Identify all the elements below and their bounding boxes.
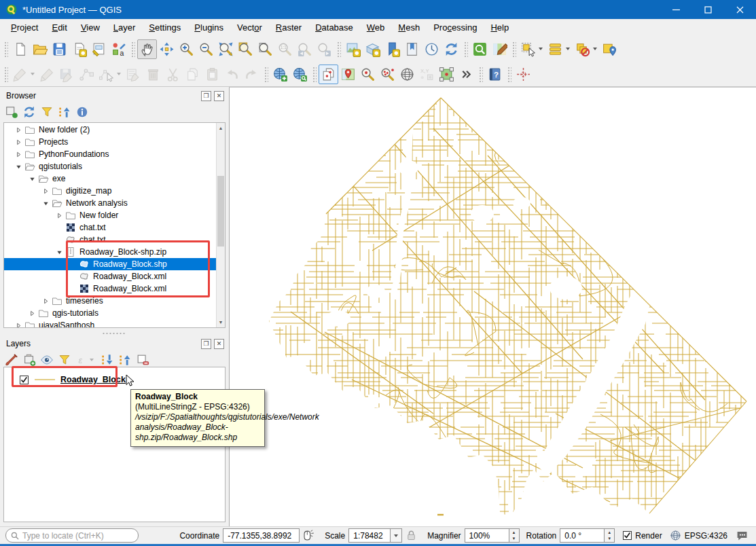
tree-item-exe[interactable]: exe [4,172,216,185]
magnifier-input[interactable]: 100% [465,528,509,543]
scroll-thumb[interactable] [217,176,224,247]
menu-web[interactable]: Web [360,20,392,36]
collapse-all-button[interactable] [118,353,132,367]
expand-arrow-icon[interactable] [29,310,36,317]
open-project-button[interactable] [30,39,50,59]
select-features-button[interactable] [518,39,538,59]
crs-status[interactable]: EPSG:4326 [685,531,727,541]
temporal-controller-button[interactable] [422,39,442,59]
expand-arrow-icon[interactable] [15,126,22,134]
layers-close-button[interactable]: ✕ [214,339,224,349]
select-features-by-value-button[interactable] [545,39,565,59]
collapse-arrow-icon[interactable] [56,249,63,256]
toolbar-grip[interactable] [336,41,341,57]
menu-mesh[interactable]: Mesh [391,20,427,36]
save-project-button[interactable] [50,39,69,59]
filter-browser-button[interactable] [40,105,54,119]
toolbar-grip[interactable] [3,66,8,82]
toolbar-grip[interactable] [312,66,317,82]
sketch-map-button[interactable] [490,39,509,59]
pan-map-button[interactable] [137,39,157,59]
deselect-features-button[interactable] [573,39,592,59]
new-print-layout-button[interactable] [69,39,89,59]
deselect-features-dropdown-icon[interactable] [593,48,597,50]
toolbar-grip[interactable] [130,41,135,57]
search-web-service-button[interactable] [290,65,310,84]
multi-zoom-button[interactable] [378,65,397,84]
refresh-map-button[interactable] [442,39,461,59]
filter-legend-button[interactable] [58,353,71,367]
toolbar-grip[interactable] [264,66,268,82]
tree-item-chat-txt[interactable]: chat.txt [4,221,216,234]
scroll-up-icon[interactable]: ▲ [217,123,225,133]
browser-scrollbar[interactable]: ▲ ▼ [216,123,225,327]
menu-processing[interactable]: Processing [427,20,484,36]
scroll-down-icon[interactable]: ▼ [217,317,225,327]
select-features-by-value-dropdown-icon[interactable] [566,48,570,50]
toolbar-grip[interactable] [511,41,516,57]
tree-item-new-folder[interactable]: New folder [4,209,216,221]
style-manager-button[interactable]: a [109,39,128,59]
new-spatial-bookmark-button[interactable] [382,39,402,59]
select-by-location-button[interactable] [600,39,619,59]
help-contents-button[interactable]: ? [485,65,505,84]
select-features-dropdown-icon[interactable] [539,48,543,50]
render-checkbox[interactable] [623,531,632,540]
expand-all-button[interactable] [101,353,114,367]
new-project-button[interactable] [10,39,30,59]
rotation-input[interactable]: 0.0 ° [560,528,605,543]
scale-input[interactable]: 1:78482 [348,528,391,543]
rotation-spinner[interactable]: ▲▼ [605,528,615,543]
show-layout-manager-button[interactable] [89,39,109,59]
layers-float-button[interactable]: ❐ [201,339,211,349]
coordinate-conversion-button[interactable] [397,65,417,84]
toolbar-grip[interactable] [507,66,511,82]
zoom-full-button[interactable] [216,39,236,59]
menu-layer[interactable]: Layer [107,20,143,36]
tree-item-projects[interactable]: Projects [4,136,216,148]
copy-coordinates-button[interactable] [319,65,338,84]
pan-to-selection-button[interactable] [157,39,177,59]
toolbar-grip[interactable] [3,41,8,57]
menu-view[interactable]: View [74,20,107,36]
expand-arrow-icon[interactable] [15,139,22,146]
close-button[interactable] [724,0,756,19]
tree-item-new-folder-2-[interactable]: New folder (2) [4,124,216,136]
pin-coordinates-button[interactable] [338,65,358,84]
minimize-button[interactable] [660,0,692,19]
azimuth-distance-button[interactable] [514,65,533,84]
menu-edit[interactable]: Edit [45,20,73,36]
maximize-button[interactable] [692,0,724,19]
manage-map-themes-button[interactable] [40,353,54,367]
menu-settings[interactable]: Settings [142,20,187,36]
tree-item-pythonfoundations[interactable]: PythonFoundations [4,148,216,160]
menu-plugins[interactable]: Plugins [187,20,230,36]
zoom-in-button[interactable] [177,39,196,59]
expand-arrow-icon[interactable] [15,322,22,329]
locator-search-input[interactable]: Type to locate (Ctrl+K) [5,528,139,543]
menu-database[interactable]: Database [308,20,360,36]
toolbar-grip[interactable] [463,41,468,57]
menu-help[interactable]: Help [484,20,516,36]
tree-item-ujavalsanthosh[interactable]: ujavalSanthosh [4,319,216,328]
browser-float-button[interactable]: ❐ [201,91,211,101]
remove-layer-button[interactable] [136,353,149,367]
map-canvas[interactable] [229,87,756,526]
zoom-to-coordinates-button[interactable] [358,65,378,84]
scale-dropdown-button[interactable] [391,528,402,543]
zoom-to-layer-button[interactable] [255,39,275,59]
tree-item-digitize-map[interactable]: digitize_map [4,185,216,197]
add-selected-layers-button[interactable] [5,105,18,119]
magnifier-spinner[interactable]: ▲▼ [509,528,520,543]
collapse-arrow-icon[interactable] [42,200,50,207]
digitize-coordinates-button[interactable] [437,65,456,84]
search-layers-button[interactable] [470,39,490,59]
menu-project[interactable]: Project [4,20,45,36]
tree-item-qgis-tutorials[interactable]: qgis-tutorials [4,307,216,319]
toolbar-grip[interactable] [478,66,483,82]
expand-arrow-icon[interactable] [15,151,22,158]
properties-button[interactable] [75,105,89,119]
tree-item-qgistutorials[interactable]: qgistutorials [4,160,216,172]
collapse-arrow-icon[interactable] [15,163,22,170]
add-web-service-button[interactable] [270,65,290,84]
